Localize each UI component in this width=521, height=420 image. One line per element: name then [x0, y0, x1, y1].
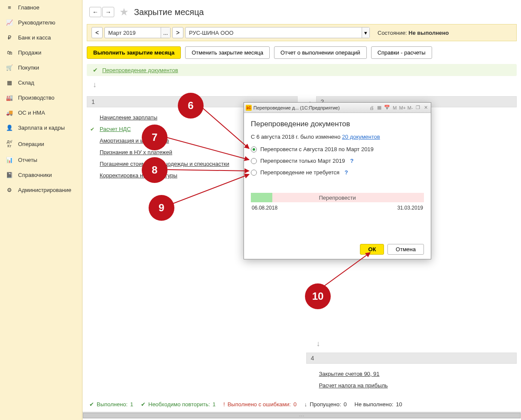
- filter-bar: < Март 2019 ... > РУС-ШИНА ООО ▾ Состоян…: [87, 24, 517, 41]
- ok-button[interactable]: ОК: [360, 244, 384, 255]
- sidebar-item-manager[interactable]: 📈Руководителю: [0, 15, 82, 30]
- sidebar-item-bank[interactable]: ₽Банк и касса: [0, 30, 82, 45]
- nav-forward-button[interactable]: →: [102, 7, 114, 17]
- repost-link[interactable]: Перепроведение документов: [102, 67, 178, 73]
- pencil-check-icon: ✔: [90, 126, 100, 132]
- task-link[interactable]: Расчет НДС: [100, 126, 131, 132]
- sidebar-item-label: ОС и НМА: [18, 110, 45, 116]
- period-picker-button[interactable]: ...: [161, 27, 170, 38]
- radio-repost-range[interactable]: Перепровести с Августа 2018 по Март 2019: [251, 146, 424, 152]
- dialog-heading: Перепроведение документов: [251, 120, 424, 128]
- repost-dialog: 1CПерепроведение д... (1С:Предприятие) 🖨…: [244, 102, 431, 259]
- check-icon: ✔: [93, 67, 98, 73]
- task-link[interactable]: Признание в НУ х платежей: [100, 149, 172, 155]
- sidebar-item-label: Справочники: [18, 172, 52, 178]
- sidebar-item-label: Банк и касса: [18, 34, 51, 41]
- changed-docs-link[interactable]: 20 документов: [342, 134, 380, 140]
- dialog-info: С 6 августа 2018 г. было изменено 20 док…: [251, 134, 424, 140]
- dialog-footer: ОК Отмена: [244, 240, 431, 259]
- print-icon[interactable]: 🖨: [368, 104, 375, 111]
- dialog-title: 1CПерепроведение д... (1С:Предприятие): [246, 105, 340, 111]
- restore-icon[interactable]: ❐: [414, 104, 421, 111]
- sidebar-item-reports[interactable]: 📊Отчеты: [0, 152, 82, 167]
- close-icon[interactable]: ✕: [422, 104, 429, 111]
- sidebar-item-label: Руководителю: [18, 19, 55, 26]
- person-icon: 👤: [5, 125, 14, 131]
- task-link[interactable]: Погашение стоимост спецодежды и спецосна…: [100, 161, 229, 167]
- footer-notdone: Не выполнено: 10: [354, 401, 402, 408]
- radio-icon[interactable]: [251, 170, 257, 176]
- progress-fill: [251, 193, 272, 202]
- book-icon: 📓: [5, 172, 14, 178]
- 1c-icon: 1C: [246, 105, 252, 111]
- progress-label: Перепровести: [319, 195, 356, 201]
- check-icon: ✔: [141, 401, 146, 408]
- sidebar-item-label: Зарплата и кадры: [18, 125, 65, 131]
- sidebar-item-label: Покупки: [18, 64, 39, 71]
- sidebar-item-main[interactable]: ≡Главное: [0, 0, 82, 15]
- m-icon[interactable]: M: [391, 104, 398, 111]
- ruble-icon: ₽: [5, 34, 14, 41]
- help-icon[interactable]: ?: [350, 158, 353, 164]
- warning-icon: !: [223, 401, 225, 408]
- sidebar-item-label: Производство: [18, 94, 55, 101]
- org-dropdown-button[interactable]: ▾: [362, 27, 369, 38]
- report-button[interactable]: Отчет о выполнении операций: [274, 46, 367, 59]
- sidebar-item-label: Продажи: [18, 49, 41, 56]
- grid-icon: ▦: [5, 79, 14, 86]
- help-icon[interactable]: ?: [344, 169, 348, 176]
- dialog-body: Перепроведение документов С 6 августа 20…: [244, 113, 431, 240]
- arrow-down-icon: ↓: [304, 401, 307, 408]
- cancel-button[interactable]: Отмена: [387, 244, 424, 255]
- task-link[interactable]: Начисление зарплаты: [100, 114, 157, 121]
- footer-done: ✔Выполнено: 1: [89, 401, 133, 408]
- sidebar-item-refs[interactable]: 📓Справочники: [0, 167, 82, 183]
- star-icon[interactable]: ★: [119, 6, 129, 18]
- repost-banner: ✔ Перепроведение документов: [87, 64, 517, 76]
- table-icon[interactable]: ▦: [376, 104, 383, 111]
- radio-repost-month[interactable]: Перепровести только Март 2019?: [251, 158, 424, 164]
- menu-icon: ≡: [5, 4, 14, 11]
- task-link[interactable]: Амортизация и ых средств: [100, 137, 169, 144]
- flow-arrow-icon: ↓: [317, 339, 507, 348]
- scrollbar-thumb[interactable]: ···: [83, 413, 521, 418]
- period-prev-button[interactable]: <: [91, 27, 103, 38]
- sidebar-item-purchases[interactable]: 🛒Покупки: [0, 60, 82, 75]
- calendar-icon[interactable]: 📅: [384, 104, 390, 111]
- bag-icon: 🛍: [5, 49, 14, 56]
- progress-dates: 06.08.2018 31.03.2019: [251, 205, 424, 211]
- sidebar-item-assets[interactable]: 🚚ОС и НМА: [0, 105, 82, 120]
- task-link[interactable]: Закрытие счетов 90, 91: [319, 371, 380, 377]
- radio-repost-none[interactable]: Перепроведение не требуется?: [251, 169, 424, 176]
- sidebar-item-production[interactable]: 🏭Производство: [0, 90, 82, 105]
- run-close-button[interactable]: Выполнить закрытие месяца: [87, 46, 181, 59]
- m-minus-icon[interactable]: M-: [407, 104, 414, 111]
- sidebar-item-label: Операции: [18, 141, 44, 147]
- period-input[interactable]: Март 2019 ...: [104, 27, 171, 38]
- status-label: Состояние: Не выполнено: [378, 30, 449, 36]
- chart-up-icon: 📈: [5, 19, 14, 26]
- status-value: Не выполнено: [408, 30, 449, 36]
- org-select[interactable]: РУС-ШИНА ООО ▾: [185, 27, 370, 38]
- task-link[interactable]: Расчет налога на прибыль: [319, 382, 388, 389]
- cart-icon: 🛒: [5, 64, 14, 71]
- task-link[interactable]: Корректировка номенклатуры: [100, 172, 177, 179]
- references-button[interactable]: Справки - расчеты: [371, 46, 432, 59]
- period-next-button[interactable]: >: [172, 27, 183, 38]
- sidebar-item-warehouse[interactable]: ▦Склад: [0, 75, 82, 90]
- horizontal-scrollbar[interactable]: ···: [82, 412, 521, 419]
- status-footer: ✔Выполнено: 1 ✔Необходимо повторить: 1 !…: [82, 397, 521, 412]
- radio-icon[interactable]: [251, 146, 257, 152]
- radio-icon[interactable]: [251, 158, 257, 164]
- sidebar-item-sales[interactable]: 🛍Продажи: [0, 45, 82, 60]
- sidebar-item-operations[interactable]: Дт/КтОперации: [0, 135, 82, 152]
- sidebar-item-hr[interactable]: 👤Зарплата и кадры: [0, 120, 82, 135]
- dialog-titlebar[interactable]: 1CПерепроведение д... (1С:Предприятие) 🖨…: [244, 103, 431, 113]
- m-plus-icon[interactable]: M+: [399, 104, 406, 111]
- cancel-close-button[interactable]: Отменить закрытие месяца: [185, 46, 270, 59]
- action-bar: Выполнить закрытие месяца Отменить закры…: [82, 41, 521, 64]
- nav-back-button[interactable]: ←: [89, 7, 101, 17]
- org-value: РУС-ШИНА ООО: [186, 30, 362, 36]
- sidebar-item-admin[interactable]: ⚙Администрирование: [0, 183, 82, 198]
- truck-icon: 🚚: [5, 110, 14, 116]
